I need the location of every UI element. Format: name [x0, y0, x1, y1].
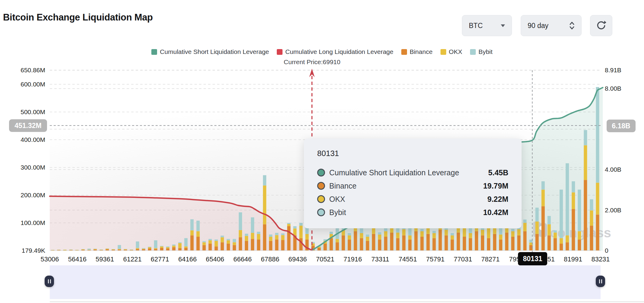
svg-text:300.00M: 300.00M — [21, 164, 45, 171]
svg-text:73311: 73311 — [371, 255, 389, 263]
svg-text:59361: 59361 — [96, 255, 114, 263]
bottom-divider — [50, 301, 644, 302]
series-marker-short-icon — [317, 169, 325, 176]
zoom-range-slider[interactable] — [50, 265, 601, 299]
svg-text:77031: 77031 — [454, 255, 472, 263]
svg-text:100.00M: 100.00M — [21, 219, 45, 226]
tooltip-row-value: 9.22M — [488, 195, 508, 204]
svg-text:8.00B: 8.00B — [605, 85, 621, 92]
tooltip-row-value: 19.79M — [483, 182, 508, 190]
tooltip-row-bybit: Bybit 10.42M — [317, 206, 508, 219]
svg-text:67886: 67886 — [261, 255, 279, 263]
crosshair-x-axis-badge: 80131 — [518, 252, 547, 265]
svg-text:179.49K: 179.49K — [22, 247, 45, 254]
tooltip-row-short: Cumulative Short Liquidation Leverage 5.… — [317, 166, 508, 179]
svg-text:2.00B: 2.00B — [605, 207, 621, 214]
series-marker-binance-icon — [317, 182, 325, 190]
svg-text:71916: 71916 — [343, 255, 362, 263]
svg-text:8.91B: 8.91B — [605, 67, 621, 73]
svg-text:81991: 81991 — [564, 255, 582, 263]
chart-tooltip: 80131 Cumulative Short Liquidation Lever… — [304, 139, 522, 228]
tooltip-row-value: 10.42M — [483, 208, 508, 217]
svg-text:74551: 74551 — [399, 255, 417, 263]
series-marker-bybit-icon — [317, 208, 325, 216]
tooltip-row-label: Bybit — [329, 208, 346, 217]
svg-text:0: 0 — [605, 247, 608, 254]
svg-text:70521: 70521 — [316, 255, 334, 263]
svg-text:400.00M: 400.00M — [21, 136, 45, 143]
svg-text:62771: 62771 — [151, 255, 169, 263]
slider-right-handle[interactable] — [596, 276, 605, 287]
tooltip-row-label: Cumulative Short Liquidation Leverage — [329, 168, 459, 177]
svg-text:53006: 53006 — [40, 255, 59, 263]
svg-text:64166: 64166 — [178, 255, 197, 263]
svg-text:61221: 61221 — [123, 255, 142, 263]
svg-text:650.86M: 650.86M — [21, 67, 45, 73]
crosshair-left-axis-badge: 451.32M — [9, 119, 47, 132]
svg-text:200.00M: 200.00M — [21, 192, 45, 198]
svg-text:69436: 69436 — [289, 255, 307, 263]
svg-text:600.00M: 600.00M — [21, 81, 45, 88]
svg-text:83231: 83231 — [591, 255, 610, 263]
tooltip-row-label: Binance — [329, 182, 356, 190]
series-marker-okx-icon — [317, 195, 325, 203]
slider-left-handle[interactable] — [45, 276, 54, 287]
tooltip-title: 80131 — [317, 149, 508, 158]
svg-text:78271: 78271 — [481, 255, 500, 263]
svg-text:66646: 66646 — [233, 255, 252, 263]
svg-text:75791: 75791 — [426, 255, 444, 263]
tooltip-row-okx: OKX 9.22M — [317, 192, 508, 206]
tooltip-row-binance: Binance 19.79M — [317, 179, 508, 192]
tooltip-row-label: OKX — [329, 195, 345, 204]
svg-text:56416: 56416 — [68, 255, 87, 263]
tooltip-row-value: 5.45B — [488, 168, 508, 177]
crosshair-right-axis-badge: 6.18B — [607, 120, 636, 132]
svg-text:500.00M: 500.00M — [21, 108, 45, 115]
svg-text:65406: 65406 — [206, 255, 224, 263]
svg-text:4.00B: 4.00B — [605, 166, 621, 173]
